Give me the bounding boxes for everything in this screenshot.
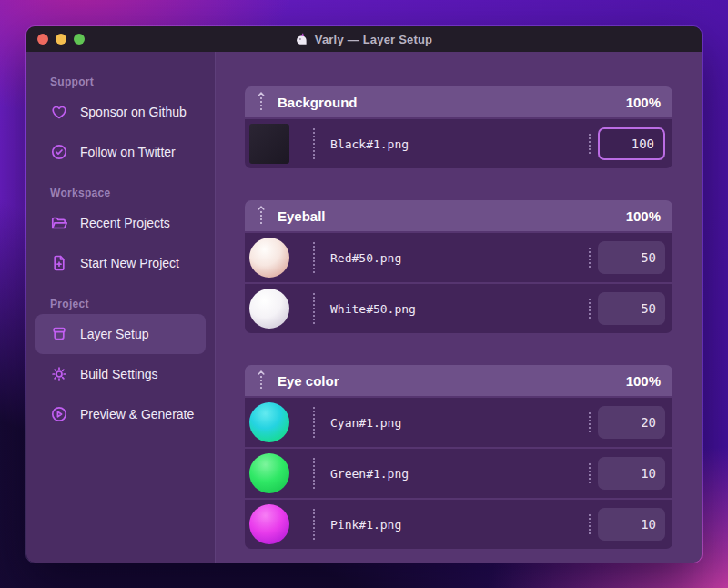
archive-box-icon <box>50 325 68 343</box>
traffic-lights <box>26 34 85 45</box>
app-window: Varly — Layer Setup Support Sponsor on G… <box>25 25 703 563</box>
group-percent: 100% <box>626 95 661 110</box>
titlebar: Varly — Layer Setup <box>26 26 702 52</box>
sidebar-item-label: Follow on Twitter <box>80 145 176 159</box>
layer-thumbnail <box>249 289 289 329</box>
layer-filename: Black#1.png <box>330 137 409 151</box>
window-title-area: Varly — Layer Setup <box>26 26 702 52</box>
dotted-divider <box>589 412 591 432</box>
layer-setup-panel: Background 100% Black#1.png <box>216 52 702 563</box>
file-plus-icon <box>50 254 68 272</box>
dotted-divider <box>589 514 591 534</box>
sidebar-item-label: Preview & Generate <box>80 407 194 421</box>
group-title: Eyeball <box>278 208 326 224</box>
zoom-button[interactable] <box>74 34 85 45</box>
layer-weight-input[interactable] <box>598 241 665 274</box>
sidebar-item-layer-setup[interactable]: Layer Setup <box>35 314 206 354</box>
sidebar-item-sponsor-on-github[interactable]: Sponsor on Github <box>35 92 206 132</box>
verified-check-icon <box>50 143 68 161</box>
unicorn-icon <box>296 33 309 46</box>
sidebar-item-label: Recent Projects <box>80 216 170 230</box>
layer-filename: Green#1.png <box>330 467 409 481</box>
close-button[interactable] <box>37 34 48 45</box>
sidebar-item-follow-on-twitter[interactable]: Follow on Twitter <box>35 132 206 172</box>
gear-icon <box>50 365 68 383</box>
group-header: Eyeball 100% <box>245 200 672 231</box>
sidebar-item-label: Layer Setup <box>80 327 149 341</box>
section-label: Workspace <box>35 187 206 199</box>
section-label: Project <box>35 298 206 310</box>
sidebar-item-start-new-project[interactable]: Start New Project <box>35 243 206 283</box>
layer-row[interactable]: Cyan#1.png <box>245 398 672 447</box>
dotted-divider <box>589 299 591 319</box>
layer-thumbnail <box>249 124 289 164</box>
layer-weight-input[interactable] <box>598 457 665 490</box>
dotted-divider <box>313 293 315 324</box>
dotted-divider <box>313 509 315 540</box>
layer-group-eyeball: Eyeball 100% Red#50.png White#50.png <box>245 200 672 333</box>
layer-thumbnail <box>249 453 289 493</box>
layer-row[interactable]: Green#1.png <box>245 449 672 498</box>
group-header: Background 100% <box>245 86 672 117</box>
drag-handle-icon[interactable] <box>257 205 266 227</box>
layer-filename: Pink#1.png <box>330 518 401 532</box>
layer-filename: Cyan#1.png <box>330 416 401 430</box>
group-percent: 100% <box>626 208 661 224</box>
layer-weight-input[interactable] <box>598 508 665 541</box>
sidebar-item-recent-projects[interactable]: Recent Projects <box>35 203 206 243</box>
section-label: Support <box>35 76 206 88</box>
layer-group-background: Background 100% Black#1.png <box>245 86 672 168</box>
sidebar-item-build-settings[interactable]: Build Settings <box>35 354 206 394</box>
group-title: Eye color <box>278 373 339 389</box>
dotted-divider <box>589 248 591 268</box>
layer-row[interactable]: Pink#1.png <box>245 500 672 549</box>
minimize-button[interactable] <box>56 34 66 45</box>
open-folder-icon <box>50 214 68 232</box>
layer-row[interactable]: Black#1.png <box>245 119 672 168</box>
play-circle-icon <box>50 405 68 423</box>
dotted-divider <box>313 458 315 489</box>
sidebar-section-project: Project Layer Setup <box>35 298 206 434</box>
layer-weight-input[interactable] <box>598 127 665 160</box>
layer-weight-input[interactable] <box>598 292 665 325</box>
window-title: Varly — Layer Setup <box>315 33 433 46</box>
desktop: { "window": { "title": "Varly — Layer Se… <box>0 0 728 588</box>
sidebar-item-preview-generate[interactable]: Preview & Generate <box>35 394 206 434</box>
sidebar-item-label: Sponsor on Github <box>80 105 187 119</box>
layer-thumbnail <box>249 504 289 544</box>
layer-row[interactable]: Red#50.png <box>245 233 672 282</box>
layer-weight-input[interactable] <box>598 406 665 439</box>
group-percent: 100% <box>626 373 661 389</box>
layer-thumbnail <box>249 402 289 442</box>
sidebar-item-label: Start New Project <box>80 256 179 270</box>
drag-handle-icon[interactable] <box>257 370 266 391</box>
group-title: Background <box>278 95 358 110</box>
layer-filename: Red#50.png <box>330 251 401 265</box>
layer-thumbnail <box>249 238 289 278</box>
group-header: Eye color 100% <box>245 365 672 396</box>
dotted-divider <box>589 463 591 483</box>
layer-filename: White#50.png <box>330 302 416 316</box>
sidebar-item-label: Build Settings <box>80 367 158 381</box>
drag-handle-icon[interactable] <box>257 91 266 113</box>
heart-icon <box>50 103 68 121</box>
layer-group-eye-color: Eye color 100% Cyan#1.png Green#1.png <box>245 365 672 549</box>
dotted-divider <box>313 407 315 438</box>
sidebar: Support Sponsor on Github <box>26 52 216 563</box>
dotted-divider <box>589 134 591 154</box>
dotted-divider <box>313 242 315 273</box>
sidebar-section-support: Support Sponsor on Github <box>35 76 206 172</box>
dotted-divider <box>313 128 315 159</box>
app-body: Support Sponsor on Github <box>26 52 702 563</box>
layer-row[interactable]: White#50.png <box>245 284 672 333</box>
sidebar-section-workspace: Workspace Recent Projects <box>35 187 206 283</box>
